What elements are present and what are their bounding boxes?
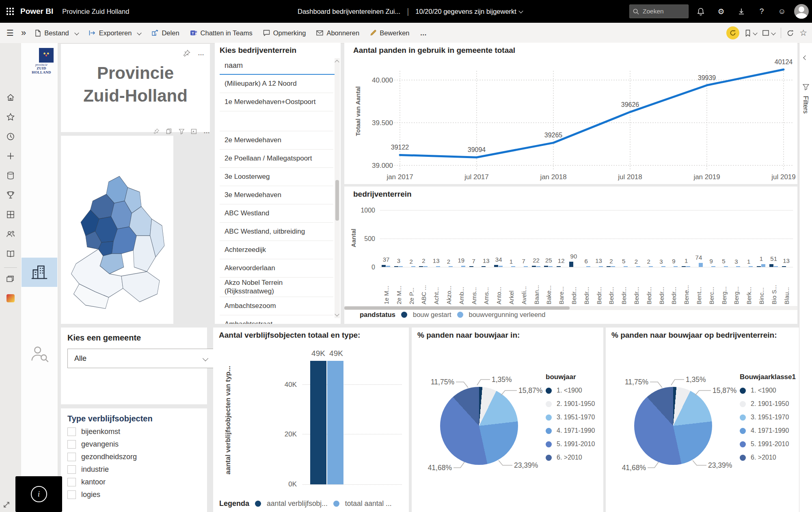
list-item[interactable]: Akzo Nobel Terrein (Rijksstraatweg): [220, 278, 333, 297]
bar-bouwvergunning[interactable]: [549, 266, 553, 267]
subscribe-button[interactable]: Abonneren: [316, 29, 359, 37]
legend-item[interactable]: 5. 1991-2010: [740, 440, 796, 448]
bar-bouw-gestart[interactable]: [544, 266, 548, 267]
more-options-icon[interactable]: …: [203, 128, 210, 135]
share-button[interactable]: Delen: [151, 29, 179, 37]
app-nav-people-search[interactable]: [22, 337, 57, 370]
bar-bouwvergunning[interactable]: [524, 266, 528, 267]
feedback-smiley-icon[interactable]: ☺: [774, 3, 790, 20]
legend-item[interactable]: 6. >2010: [546, 454, 595, 461]
powerbi-logo[interactable]: Power BI: [20, 7, 53, 16]
legend-item[interactable]: 6. >2010: [740, 454, 796, 461]
bar-bouwvergunning[interactable]: [499, 266, 503, 267]
legend-item[interactable]: 3. 1951-1970: [740, 414, 796, 421]
bar-bouwvergunning[interactable]: [386, 266, 390, 267]
bar-bouw-gestart[interactable]: [557, 266, 561, 267]
list-scrollbar[interactable]: [335, 58, 340, 318]
data-updated-dropdown[interactable]: 10/20/20 gegevens zijn bijgewerkt: [415, 8, 523, 15]
file-menu[interactable]: Bestand: [35, 29, 78, 37]
favorite-star-icon[interactable]: ☆: [799, 28, 807, 38]
legend-item[interactable]: 2. 1901-1950: [740, 400, 796, 408]
search-input[interactable]: [642, 7, 680, 15]
info-tile[interactable]: i: [15, 476, 62, 512]
bar-bouwvergunning[interactable]: [749, 266, 753, 267]
bar-bouw-gestart[interactable]: [394, 266, 398, 267]
edit-button[interactable]: Bewerken: [370, 29, 409, 37]
bar-bouwvergunning[interactable]: [624, 266, 628, 267]
legend-dot-bouwvergunning[interactable]: [457, 312, 463, 318]
help-icon[interactable]: ?: [754, 3, 770, 20]
bar-bouw-gestart[interactable]: [757, 266, 761, 267]
nav-recent-icon[interactable]: [0, 128, 21, 145]
nav-hamburger-icon[interactable]: ☰: [6, 28, 14, 38]
list-item[interactable]: (Milieupark) A 12 Noord: [220, 75, 333, 93]
nav-learn-icon[interactable]: [0, 245, 21, 262]
checkbox[interactable]: [67, 478, 76, 486]
bar-bouw-gestart[interactable]: [569, 262, 573, 267]
comment-button[interactable]: Opmerking: [263, 29, 306, 37]
bar-bouw-gestart[interactable]: [769, 264, 773, 267]
app-nav-buildings-selected[interactable]: [22, 258, 57, 287]
legend-label[interactable]: bouw gestart: [413, 311, 451, 319]
checkbox-option[interactable]: logies: [67, 490, 207, 499]
refresh-button[interactable]: [787, 30, 794, 37]
bar-bouw-gestart[interactable]: [532, 266, 536, 267]
nav-shared-icon[interactable]: [0, 226, 21, 242]
legend-dot[interactable]: [333, 501, 339, 507]
bar-bouwvergunning[interactable]: [599, 266, 603, 267]
download-icon[interactable]: [733, 3, 749, 20]
collapse-pane-icon[interactable]: »: [21, 28, 25, 38]
legend-item[interactable]: 3. 1951-1970: [546, 414, 595, 421]
provincie-zuid-holland-logo[interactable]: provincieZUID HOLLAND: [28, 48, 54, 74]
dashboard-title[interactable]: Dashboard bedrijventereinen Zui...: [298, 8, 400, 15]
nav-apps-icon[interactable]: [0, 206, 21, 223]
legend-label[interactable]: totaal aantal ...: [345, 499, 392, 508]
bar-bouwvergunning[interactable]: [649, 266, 653, 267]
nav-datasets-icon[interactable]: [0, 167, 21, 184]
bar-bouwvergunning[interactable]: [661, 266, 665, 267]
scroll-down-icon[interactable]: [335, 312, 339, 316]
scroll-thumb[interactable]: [335, 180, 339, 221]
nav-current-app-icon[interactable]: [0, 290, 21, 306]
bar-bouwvergunning[interactable]: [536, 266, 540, 267]
more-options-icon[interactable]: …: [420, 29, 427, 37]
checkbox-option[interactable]: kantoor: [67, 478, 207, 486]
legend-dot[interactable]: [255, 501, 261, 507]
column-bar-light[interactable]: [327, 361, 343, 484]
checkbox[interactable]: [67, 465, 76, 474]
list-item[interactable]: [220, 111, 333, 131]
nav-goals-icon[interactable]: [0, 187, 21, 203]
bar-bouwvergunning[interactable]: [674, 266, 678, 267]
checkbox-option[interactable]: bijeenkomst: [67, 427, 207, 436]
list-item[interactable]: 2e Poellaan / Mallegatspoort: [220, 150, 333, 168]
list-item[interactable]: 3e Merwedehaven: [220, 186, 333, 204]
checkbox[interactable]: [67, 427, 76, 436]
legend-item[interactable]: 4. 1971-1990: [546, 427, 595, 434]
list-item[interactable]: Ambachtsezoom: [220, 297, 333, 315]
scroll-up-icon[interactable]: [335, 60, 339, 64]
chart-scrollbar[interactable]: [344, 306, 797, 310]
bar-bouwvergunning[interactable]: [411, 266, 415, 267]
list-item[interactable]: 1e Merwedehaven+Oostpoort: [220, 93, 333, 111]
bar-bouwvergunning[interactable]: [736, 266, 740, 267]
settings-gear-icon[interactable]: ⚙: [713, 3, 729, 20]
reset-default-view-button[interactable]: [726, 26, 739, 39]
list-item[interactable]: 2e Merwedehaven: [220, 131, 333, 150]
bar-bouw-gestart[interactable]: [382, 265, 386, 267]
line-chart[interactable]: 39.00039.50040.000jan 2017jul 2017jan 20…: [344, 56, 797, 183]
checkbox[interactable]: [67, 490, 76, 499]
bar-bouwvergunning[interactable]: [686, 266, 690, 267]
more-options-icon[interactable]: …: [198, 50, 204, 57]
slicer-column-header[interactable]: naam: [225, 61, 341, 70]
list-item[interactable]: ABC Westland: [220, 204, 333, 223]
bar-bouw-gestart[interactable]: [494, 265, 498, 267]
pin-icon[interactable]: [183, 50, 190, 57]
filter-funnel-icon[interactable]: [802, 84, 810, 90]
bar-bouw-gestart[interactable]: [607, 266, 611, 267]
bookmarks-menu[interactable]: [745, 30, 757, 37]
nav-workspaces-icon[interactable]: [0, 271, 21, 287]
bar-bouwvergunning[interactable]: [636, 266, 640, 267]
filter-funnel-icon[interactable]: [179, 128, 185, 135]
legend-label[interactable]: aantal verblijfsobj...: [267, 499, 328, 508]
focus-mode-icon[interactable]: [191, 128, 197, 135]
